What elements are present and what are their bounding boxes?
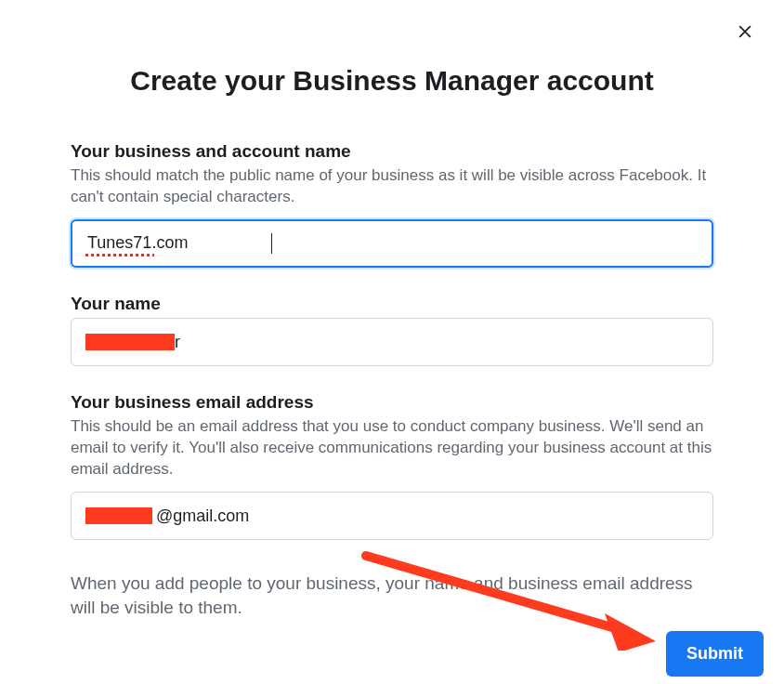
business-name-input[interactable] [71, 219, 713, 268]
close-button[interactable] [734, 22, 756, 45]
text-caret [271, 233, 272, 254]
page-title: Create your Business Manager account [71, 65, 713, 97]
modal-body: Create your Business Manager account You… [0, 0, 784, 621]
field-description-business-name: This should match the public name of you… [71, 165, 713, 208]
visibility-note: When you add people to your business, yo… [71, 572, 713, 621]
field-business-email: Your business email address This should … [71, 392, 713, 540]
field-your-name: Your name r [71, 294, 713, 366]
spellcheck-underline [85, 254, 154, 256]
field-label-business-email: Your business email address [71, 392, 713, 413]
redaction-bar [85, 507, 152, 524]
submit-button[interactable]: Submit [666, 631, 764, 677]
business-email-visible-suffix: @gmail.com [156, 506, 249, 525]
your-name-visible-suffix: r [175, 332, 180, 351]
field-description-business-email: This should be an email address that you… [71, 416, 713, 480]
field-label-your-name: Your name [71, 294, 713, 314]
close-icon [736, 22, 754, 45]
field-label-business-name: Your business and account name [71, 141, 713, 162]
field-business-name: Your business and account name This shou… [71, 141, 713, 268]
redaction-bar [85, 334, 175, 350]
